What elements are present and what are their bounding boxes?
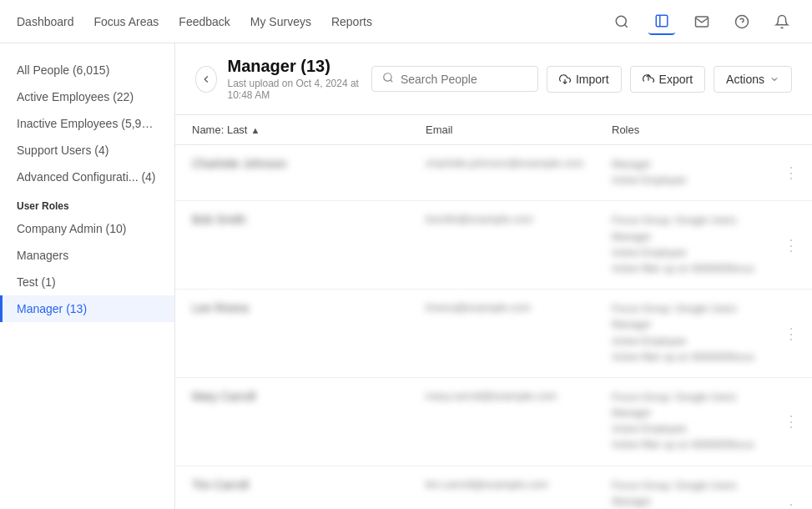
svg-rect-2 [656,15,668,27]
search-box[interactable] [371,66,538,92]
page-subtitle: Last upload on Oct 4, 2024 at 10:48 AM [227,78,371,101]
nav-icons [608,8,795,35]
page-header: Manager (13) Last upload on Oct 4, 2024 … [175,43,812,115]
page-title-block: Manager (13) Last upload on Oct 4, 2024 … [227,57,371,101]
page-header-left: Manager (13) Last upload on Oct 4, 2024 … [195,57,371,101]
cell-name: Charlotte Johnson [192,157,426,170]
sidebar-item-manager[interactable]: Manager (13) [0,295,174,322]
page-header-actions: Import Export Actions [371,66,792,93]
nav-reports[interactable]: Reports [331,12,372,32]
sidebar-item-active-employees[interactable]: Active Employees (22) [0,83,174,110]
back-button[interactable] [195,66,217,93]
search-icon-button[interactable] [608,8,635,35]
import-button[interactable]: Import [547,66,622,93]
search-icon [382,72,394,86]
top-nav: Dashboard Focus Areas Feedback My Survey… [0,0,812,43]
export-label: Export [659,73,693,86]
row-separator: ⋮ [784,325,799,343]
cell-roles: Focus Group: Google UsersManagerActive E… [612,213,795,277]
sidebar-item-advanced-config[interactable]: Advanced Configurati... (4) [0,164,174,190]
cell-name: Mary Carroll [192,390,426,403]
cell-email: tim.carroll@example.com [426,478,612,491]
search-input[interactable] [401,73,527,86]
cell-email: lrivera@example.com [426,301,612,314]
mail-icon-button[interactable] [688,8,715,35]
col-header-roles[interactable]: Roles [612,123,795,136]
sidebar: All People (6,015) Active Employees (22)… [0,43,175,509]
user-roles-header: User Roles [0,190,174,215]
nav-my-surveys[interactable]: My Surveys [250,12,311,32]
cell-roles: Focus Group: Google UsersManagerActive E… [612,478,795,509]
col-header-email[interactable]: Email [426,123,612,136]
export-button[interactable]: Export [630,66,705,93]
sidebar-item-support-users[interactable]: Support Users (4) [0,137,174,164]
cell-roles: ManagerActive Employee [612,157,795,189]
nav-feedback[interactable]: Feedback [179,12,229,32]
main-layout: All People (6,015) Active Employees (22)… [0,43,812,509]
col-email-label: Email [426,123,453,136]
cell-email: bsmith@example.com [426,213,612,225]
cell-email: charlotte.johnson@example.com [426,157,612,169]
sidebar-item-all-people[interactable]: All People (6,015) [0,57,174,83]
table-row: Charlotte Johnson charlotte.johnson@exam… [175,145,812,201]
notifications-icon-button[interactable] [769,8,795,35]
actions-button[interactable]: Actions [714,66,792,93]
table-row: Mary Carroll mary.carroll@example.com Fo… [175,378,812,466]
nav-focus-areas[interactable]: Focus Areas [94,12,159,32]
cell-name: Lee Rivera [192,301,426,315]
sort-icon: ▲ [250,125,260,135]
sidebar-item-inactive-employees[interactable]: Inactive Employees (5,989) [0,110,174,137]
sidebar-item-test[interactable]: Test (1) [0,269,174,295]
table-row: Bob Smith bsmith@example.com Focus Group… [175,201,812,290]
main-content: Manager (13) Last upload on Oct 4, 2024 … [175,43,812,509]
table-area: Name: Last ▲ Email Roles Charlotte Johns… [175,115,812,509]
svg-line-7 [391,80,393,83]
svg-point-6 [384,73,391,81]
cell-roles: Focus Group: Google UsersManagerActive E… [612,301,795,365]
svg-line-1 [624,24,627,27]
svg-point-0 [616,16,626,26]
col-header-name[interactable]: Name: Last ▲ [192,123,426,136]
nav-dashboard[interactable]: Dashboard [17,12,74,32]
row-separator: ⋮ [784,412,799,431]
row-separator: ⋮ [784,164,799,182]
cell-name: Tim Carroll [192,478,426,491]
sidebar-item-managers[interactable]: Managers [0,242,174,269]
col-roles-label: Roles [612,123,639,136]
nav-links: Dashboard Focus Areas Feedback My Survey… [17,12,372,32]
col-name-label: Name: Last [192,123,247,136]
cell-email: mary.carroll@example.com [426,390,612,402]
sidebar-item-company-admin[interactable]: Company Admin (10) [0,215,174,242]
cell-roles: Focus Group: Google UsersManagerActive E… [612,390,795,454]
cell-name: Bob Smith [192,213,426,226]
table-row: Lee Rivera lrivera@example.com Focus Gro… [175,290,812,378]
row-separator: ⋮ [784,236,799,254]
table-header: Name: Last ▲ Email Roles [175,115,812,145]
row-separator: ⋮ [784,501,799,509]
import-label: Import [576,73,609,86]
people-icon-button[interactable] [648,8,675,35]
page-title: Manager (13) [227,57,371,76]
help-icon-button[interactable] [729,8,755,35]
table-row: Tim Carroll tim.carroll@example.com Focu… [175,466,812,509]
actions-label: Actions [726,73,764,86]
